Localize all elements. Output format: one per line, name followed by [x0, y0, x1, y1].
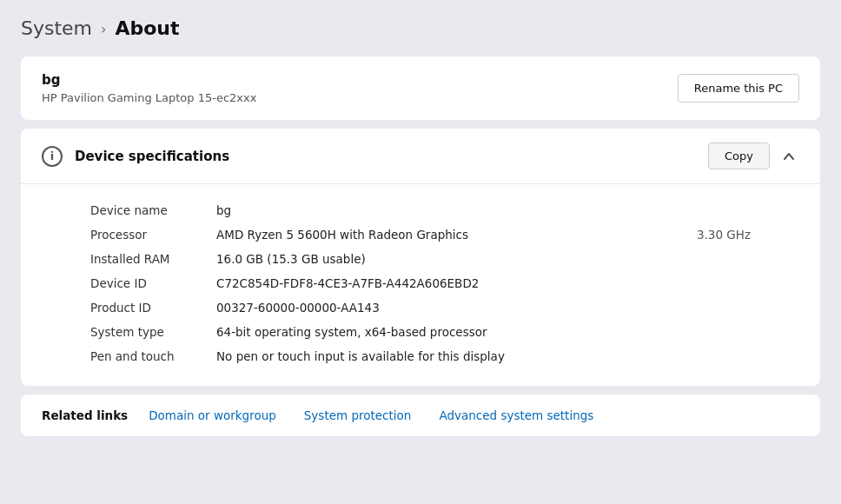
breadcrumb: System › About [21, 17, 820, 39]
spec-label: Device ID [90, 276, 216, 290]
related-link-item[interactable]: Domain or workgroup [149, 408, 276, 422]
spec-row: System type64-bit operating system, x64-… [90, 320, 751, 344]
pc-info: bg HP Pavilion Gaming Laptop 15-ec2xxx [42, 72, 256, 104]
spec-value: AMD Ryzen 5 5600H with Radeon Graphics [216, 228, 645, 242]
spec-row: Product ID00327-60000-00000-AA143 [90, 295, 751, 320]
pc-model: HP Pavilion Gaming Laptop 15-ec2xxx [42, 91, 256, 104]
spec-value: 64-bit operating system, x64-based proce… [216, 325, 751, 339]
breadcrumb-separator: › [101, 21, 106, 37]
spec-row: Device namebg [90, 198, 751, 222]
pc-name: bg [42, 72, 256, 88]
specs-title: Device specifications [75, 149, 229, 164]
spec-value: C72C854D-FDF8-4CE3-A7FB-A442A606EBD2 [216, 276, 751, 290]
breadcrumb-system: System [21, 17, 92, 39]
rename-pc-button[interactable]: Rename this PC [678, 74, 799, 103]
spec-label: System type [90, 325, 216, 339]
related-links-container: Domain or workgroupSystem protectionAdva… [149, 408, 621, 422]
device-specs-card: i Device specifications Copy Device name… [21, 129, 820, 386]
spec-label: Device name [90, 203, 216, 217]
spec-value: 00327-60000-00000-AA143 [216, 301, 751, 315]
spec-row: Installed RAM16.0 GB (15.3 GB usable) [90, 247, 751, 271]
spec-label: Installed RAM [90, 252, 216, 266]
info-icon: i [42, 146, 63, 167]
related-link-item[interactable]: Advanced system settings [439, 408, 593, 422]
spec-value: 16.0 GB (15.3 GB usable) [216, 252, 751, 266]
specs-header-left: i Device specifications [42, 146, 229, 167]
specs-body: Device namebgProcessorAMD Ryzen 5 5600H … [21, 184, 820, 386]
specs-header-right: Copy [708, 143, 799, 169]
spec-row: Pen and touchNo pen or touch input is av… [90, 344, 751, 368]
related-links-label: Related links [42, 408, 128, 422]
spec-value: No pen or touch input is available for t… [216, 349, 751, 363]
spec-value: bg [216, 203, 751, 217]
spec-row: Device IDC72C854D-FDF8-4CE3-A7FB-A442A60… [90, 271, 751, 295]
page-container: System › About bg HP Pavilion Gaming Lap… [0, 0, 841, 462]
spec-value-extra: 3.30 GHz [697, 228, 751, 242]
chevron-up-icon[interactable] [778, 146, 799, 167]
spec-row: ProcessorAMD Ryzen 5 5600H with Radeon G… [90, 222, 751, 247]
copy-button[interactable]: Copy [708, 143, 770, 169]
specs-header: i Device specifications Copy [21, 129, 820, 184]
spec-label: Pen and touch [90, 349, 216, 363]
breadcrumb-about: About [115, 17, 179, 39]
spec-label: Product ID [90, 301, 216, 315]
related-link-item[interactable]: System protection [304, 408, 412, 422]
spec-label: Processor [90, 228, 216, 242]
pc-info-card: bg HP Pavilion Gaming Laptop 15-ec2xxx R… [21, 56, 820, 120]
related-links-card: Related links Domain or workgroupSystem … [21, 395, 820, 436]
